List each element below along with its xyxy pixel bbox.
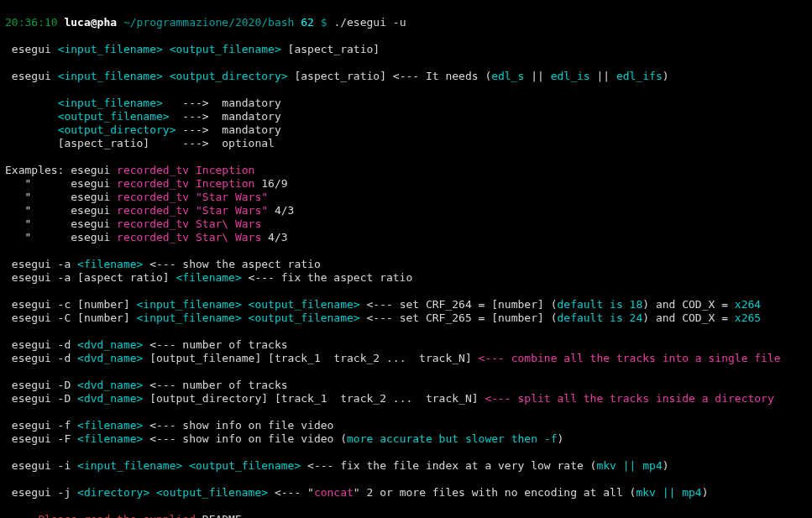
usage-2-edl1: edl_s bbox=[491, 70, 524, 82]
tilde: ~ bbox=[123, 16, 130, 29]
dollar: $ bbox=[321, 16, 327, 29]
opt-j-desc: <--- " bbox=[268, 486, 314, 499]
typed-command[interactable]: ./esegui -u bbox=[333, 16, 406, 29]
param-output-file: <output_filename> bbox=[58, 110, 170, 123]
opt-D-desc: <--- number of tracks bbox=[143, 379, 287, 391]
usage-2-edl2: edl_is bbox=[551, 70, 590, 82]
example-4: recorded_tv "Star Wars" bbox=[117, 204, 268, 217]
opt-d-combine: <--- combine all the tracks into a singl… bbox=[479, 352, 781, 364]
timestamp: 20:36:10 bbox=[5, 16, 58, 29]
opt-a-file: <filename> bbox=[77, 258, 143, 270]
usage-2-edl3: edl_ifs bbox=[616, 70, 663, 82]
opt-c-desc: <--- set CRF_264 = [number] ( bbox=[360, 298, 558, 311]
usage-2-out: <output_directory> bbox=[170, 70, 288, 82]
opt-F-desc: <--- show info on file video ( bbox=[143, 432, 347, 445]
param-output-dir: <output_directory> bbox=[58, 123, 176, 136]
opt-d-desc: <--- number of tracks bbox=[143, 338, 287, 351]
opt-a2-file: <filename> bbox=[176, 271, 242, 284]
usage-2-cmd: esegui bbox=[12, 70, 51, 82]
opt-C-desc: <--- set CRF_265 = [number] ( bbox=[360, 311, 558, 324]
param-aspect: [aspect_ratio] bbox=[58, 137, 150, 149]
example-1: recorded_tv Inception bbox=[117, 164, 254, 176]
usage-1-out: <output_filename> bbox=[170, 43, 281, 55]
cwd: /programmazione/2020/bash bbox=[130, 16, 295, 29]
examples-heading: Examples: bbox=[5, 164, 71, 176]
usage-1-in: <input_filename> bbox=[58, 43, 163, 55]
opt-a-desc: <--- show the aspect ratio bbox=[143, 258, 320, 270]
user-host: luca@pha bbox=[64, 16, 117, 29]
example-3: recorded_tv "Star Wars" bbox=[117, 191, 268, 203]
readme-note: Please read the supplied bbox=[5, 513, 202, 518]
opt-D-split: <--- split all the tracks inside a direc… bbox=[485, 392, 773, 405]
param-input: <input_filename> bbox=[58, 97, 163, 109]
example-6: recorded_tv Star\ Wars bbox=[117, 231, 261, 243]
opt-a2-desc: <--- fix the aspect ratio bbox=[242, 271, 413, 284]
opt-f-desc: <--- show info on file video bbox=[143, 419, 333, 432]
opt-i-desc: <--- fix the file index at a very low ra… bbox=[301, 459, 596, 472]
history-num: 62 bbox=[301, 16, 314, 29]
usage-2-needs: <--- It needs ( bbox=[386, 70, 491, 82]
terminal-output: 20:36:10 luca@pha ~/programmazione/2020/… bbox=[0, 11, 812, 518]
example-2: recorded_tv Inception bbox=[117, 177, 254, 190]
usage-2-in: <input_filename> bbox=[58, 70, 163, 82]
example-5: recorded_tv Star\ Wars bbox=[117, 217, 261, 230]
usage-1-cmd: esegui bbox=[12, 43, 51, 55]
readme-word: README bbox=[202, 513, 242, 518]
prompt-line[interactable]: 20:36:10 luca@pha ~/programmazione/2020/… bbox=[5, 16, 406, 29]
usage-1-ar: [aspect_ratio] bbox=[288, 43, 380, 55]
usage-2-ar: [aspect_ratio] bbox=[294, 70, 386, 82]
